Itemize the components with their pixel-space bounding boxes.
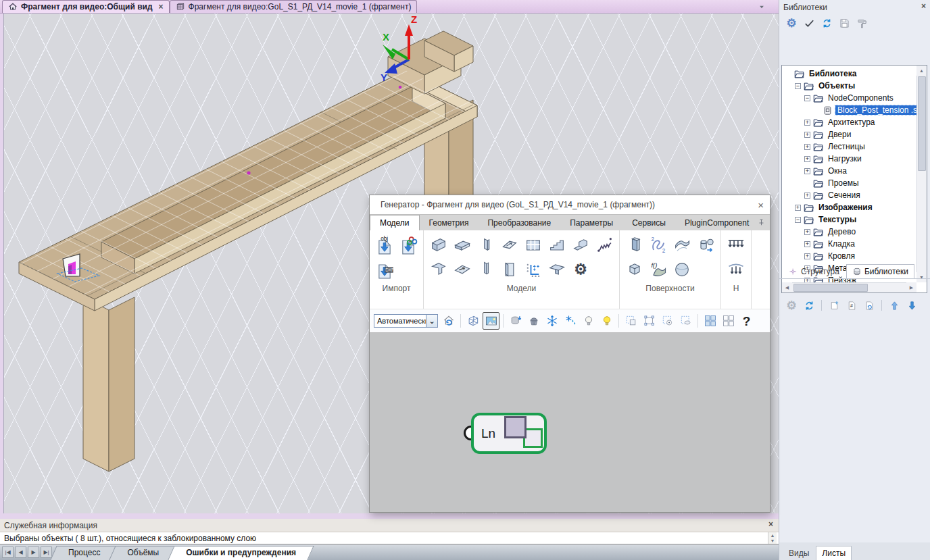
wall-button[interactable] (428, 234, 449, 257)
box-button[interactable] (624, 258, 645, 281)
tree-item-3[interactable]: Block_Post_tension .sb (784, 104, 925, 116)
tree-vertical-scrollbar[interactable]: ▲ ▼ (916, 66, 927, 282)
message-scrollbar[interactable]: ▲ ▼ (768, 532, 777, 544)
sphere-button[interactable] (671, 258, 693, 281)
select-hide-button[interactable] (677, 312, 694, 330)
nav-first-button[interactable]: |◀ (2, 546, 14, 558)
info-tab-2[interactable]: Ошибки и предупреждения (175, 545, 307, 560)
sheet-settings-button[interactable]: ⚙ (785, 299, 798, 312)
expand-icon[interactable]: + (804, 253, 810, 259)
select-nodes-button[interactable] (641, 312, 658, 330)
layers-stack-button[interactable] (507, 312, 524, 330)
tree-item-15[interactable]: +Кровля (784, 250, 925, 262)
lib-settings-button[interactable]: ⚙ (785, 16, 798, 30)
apply-button[interactable] (802, 16, 816, 30)
move-down-button[interactable] (905, 299, 919, 312)
libraries-tree[interactable]: Библиотека−Объекты−NodeComponentsBlock_P… (781, 65, 927, 293)
ribbon-tab-0[interactable]: Модели (370, 215, 420, 230)
tree-item-2[interactable]: −NodeComponents (784, 92, 925, 104)
scroll-thumb[interactable] (793, 284, 868, 292)
profile-button[interactable] (546, 258, 568, 281)
mode-dropdown[interactable]: Автоматически ⌄ (374, 314, 438, 328)
select-view-button[interactable] (659, 312, 676, 330)
refresh-button[interactable] (802, 299, 816, 312)
ribbon-tab-4[interactable]: Сервисы (622, 215, 675, 230)
collapse-icon[interactable]: − (795, 217, 801, 223)
ramp-button[interactable] (499, 234, 520, 257)
spline-curve-button[interactable]: 22 (647, 234, 669, 257)
tree-item-7[interactable]: +Нагрузки (784, 153, 925, 165)
beam-button[interactable] (428, 258, 449, 281)
pin-icon[interactable] (757, 218, 766, 227)
info-tab-0[interactable]: Процесс (57, 545, 111, 560)
extruded-surface-button[interactable] (624, 234, 645, 257)
solid-convert-button[interactable] (695, 234, 716, 257)
ribbon-tab-5[interactable]: PluginComponent (675, 215, 758, 230)
tree-item-11[interactable]: +Изображения (784, 201, 925, 213)
new-sheet-button[interactable] (827, 299, 841, 312)
help-button[interactable]: ? (738, 312, 755, 330)
distributed-load-button[interactable] (725, 234, 747, 257)
tree-item-8[interactable]: +Окна (784, 165, 925, 177)
tree-item-5[interactable]: +Двери (784, 128, 925, 141)
scroll-right-icon[interactable]: ▶ (906, 282, 916, 292)
collapse-icon[interactable]: − (804, 95, 810, 101)
move-up-button[interactable] (887, 299, 901, 312)
panel-tab-0[interactable]: Структура (783, 264, 845, 278)
tree-item-9[interactable]: Проемы (784, 177, 925, 189)
nav-last-button[interactable]: ▶| (41, 546, 52, 558)
render-image-button[interactable] (483, 312, 499, 330)
tree-item-6[interactable]: +Лестницы (784, 141, 925, 153)
scroll-up-icon[interactable]: ▲ (770, 533, 775, 538)
expand-icon[interactable]: + (795, 205, 801, 211)
scroll-up-icon[interactable]: ▲ (916, 66, 927, 76)
expand-icon[interactable]: + (804, 229, 810, 235)
muffin-button[interactable] (525, 312, 542, 330)
stair-flight-button[interactable] (546, 234, 568, 257)
panel-tab-1[interactable]: Библиотеки (846, 264, 914, 278)
bulb-on-button[interactable] (598, 312, 615, 330)
tree-item-14[interactable]: +Кладка (784, 238, 925, 250)
document-tab-1[interactable]: Фрагмент для видео:GoL_S1_РД_V14_movie_1… (170, 0, 418, 13)
snow-melt-button[interactable] (562, 312, 579, 330)
arc-load-button[interactable] (725, 258, 747, 281)
wireframe-cube-button[interactable] (464, 312, 481, 330)
grid-filled-button[interactable] (702, 312, 718, 330)
chevron-down-icon[interactable] (757, 2, 766, 11)
expand-icon[interactable]: + (804, 156, 810, 162)
tree-item-0[interactable]: Библиотека (784, 68, 925, 80)
spring-button[interactable] (593, 234, 615, 257)
tree-item-13[interactable]: +Дерево (784, 226, 925, 238)
close-icon[interactable]: × (768, 520, 773, 528)
import-obj-button[interactable]: obj (374, 234, 395, 257)
close-icon[interactable]: × (921, 2, 926, 10)
tree-item-12[interactable]: −Текстуры (784, 213, 925, 226)
nav-prev-button[interactable]: ◀ (15, 546, 26, 558)
grid-outline-button[interactable] (720, 312, 737, 330)
import-model-button[interactable] (397, 234, 419, 257)
save-button[interactable] (837, 16, 851, 30)
bulb-off-button[interactable] (580, 312, 597, 330)
gear-button[interactable]: ⚙ (570, 258, 591, 281)
tree-item-4[interactable]: +Архитектура (784, 116, 925, 128)
tab-list-chevron-icon[interactable] (757, 2, 766, 11)
ribbon-tab-1[interactable]: Геометрия (420, 215, 479, 230)
expand-icon[interactable]: + (804, 241, 810, 247)
expand-icon[interactable]: + (804, 120, 810, 126)
door-button[interactable] (499, 258, 520, 281)
expand-icon[interactable]: + (804, 168, 810, 174)
point-grid-button[interactable] (522, 258, 544, 281)
panel-tab-0[interactable]: Виды (783, 546, 814, 560)
panel-button[interactable] (475, 258, 497, 281)
close-icon[interactable]: × (159, 2, 164, 11)
tree-item-1[interactable]: −Объекты (784, 80, 925, 92)
import-dxf-button[interactable]: DXF (374, 258, 395, 281)
generator-canvas[interactable]: Ln (370, 333, 770, 512)
scroll-down-icon[interactable]: ▼ (770, 538, 775, 543)
tree-item-10[interactable]: +Сечения (784, 189, 925, 201)
ribbon-tab-2[interactable]: Преобразование (478, 215, 560, 230)
document-tab-0[interactable]: Фрагмент для видео:Общий вид× (2, 0, 170, 13)
info-tab-1[interactable]: Объёмы (116, 545, 170, 560)
refresh-button[interactable] (820, 16, 833, 30)
function-surface-button[interactable]: f() (647, 258, 669, 281)
